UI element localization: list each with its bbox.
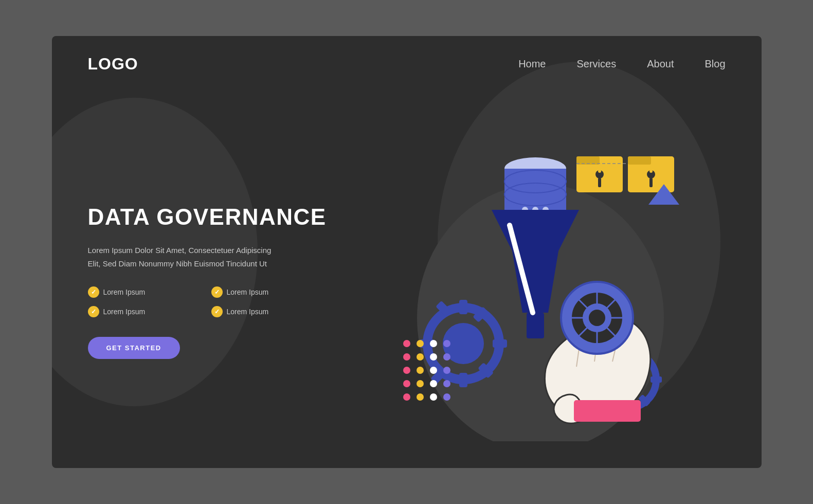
- svg-rect-53: [649, 170, 653, 173]
- check-label-4: Lorem Ipsum: [227, 308, 269, 316]
- svg-rect-15: [651, 376, 662, 383]
- svg-point-63: [403, 367, 410, 374]
- svg-rect-4: [459, 373, 467, 387]
- svg-rect-47: [598, 178, 601, 187]
- illustration-svg: [391, 122, 690, 441]
- check-item-3: Lorem Ipsum: [88, 306, 211, 317]
- svg-point-55: [403, 340, 410, 347]
- svg-point-73: [430, 393, 437, 401]
- svg-point-56: [417, 340, 424, 347]
- svg-rect-50: [628, 156, 651, 165]
- svg-point-66: [443, 367, 450, 374]
- nav-item-blog[interactable]: Blog: [704, 58, 725, 70]
- nav-item-services[interactable]: Services: [577, 58, 617, 70]
- svg-point-72: [417, 393, 424, 401]
- svg-rect-48: [598, 170, 601, 173]
- header: LOGO Home Services About Blog: [52, 36, 762, 84]
- check-label-2: Lorem Ipsum: [227, 288, 269, 296]
- svg-point-61: [430, 353, 437, 361]
- check-icon-4: [211, 306, 223, 317]
- nav: Home Services About Blog: [518, 58, 725, 70]
- svg-point-60: [417, 353, 424, 361]
- checkmarks-list: Lorem Ipsum Lorem Ipsum Lorem Ipsum Lore…: [88, 286, 335, 317]
- check-icon-3: [88, 306, 99, 317]
- hero-left: DATA GOVERNANCE Lorem Ipsum Dolor Sit Am…: [88, 205, 355, 359]
- svg-point-59: [403, 353, 410, 361]
- hero-description: Lorem Ipsum Dolor Sit Amet, Consectetuer…: [88, 244, 335, 270]
- svg-rect-31: [527, 313, 544, 338]
- logo: LOGO: [88, 55, 138, 74]
- check-icon-2: [211, 286, 223, 298]
- svg-point-64: [417, 367, 424, 374]
- svg-rect-52: [649, 178, 653, 187]
- svg-point-68: [417, 380, 424, 387]
- check-item-1: Lorem Ipsum: [88, 286, 211, 298]
- svg-point-57: [430, 340, 437, 347]
- svg-rect-3: [459, 300, 467, 314]
- get-started-button[interactable]: GET STARTED: [88, 337, 180, 359]
- check-label-1: Lorem Ipsum: [103, 288, 146, 296]
- svg-point-74: [443, 393, 450, 401]
- check-label-3: Lorem Ipsum: [103, 308, 146, 316]
- page-container: LOGO Home Services About Blog DATA GOVER…: [52, 36, 762, 468]
- hero-title: DATA GOVERNANCE: [88, 205, 335, 229]
- svg-point-62: [443, 353, 450, 361]
- svg-point-71: [403, 393, 410, 401]
- svg-point-69: [430, 380, 437, 387]
- svg-point-43: [589, 310, 605, 326]
- check-item-2: Lorem Ipsum: [211, 286, 335, 298]
- nav-item-home[interactable]: Home: [518, 58, 546, 70]
- check-item-4: Lorem Ipsum: [211, 306, 335, 317]
- nav-item-about[interactable]: About: [647, 58, 674, 70]
- svg-rect-5: [493, 339, 507, 348]
- svg-point-67: [403, 380, 410, 387]
- pink-bar: [574, 400, 641, 422]
- check-icon-1: [88, 286, 99, 298]
- hero-section: DATA GOVERNANCE Lorem Ipsum Dolor Sit Am…: [52, 84, 762, 459]
- svg-point-65: [430, 367, 437, 374]
- hero-right: [355, 107, 726, 457]
- svg-point-58: [443, 340, 450, 347]
- svg-point-70: [443, 380, 450, 387]
